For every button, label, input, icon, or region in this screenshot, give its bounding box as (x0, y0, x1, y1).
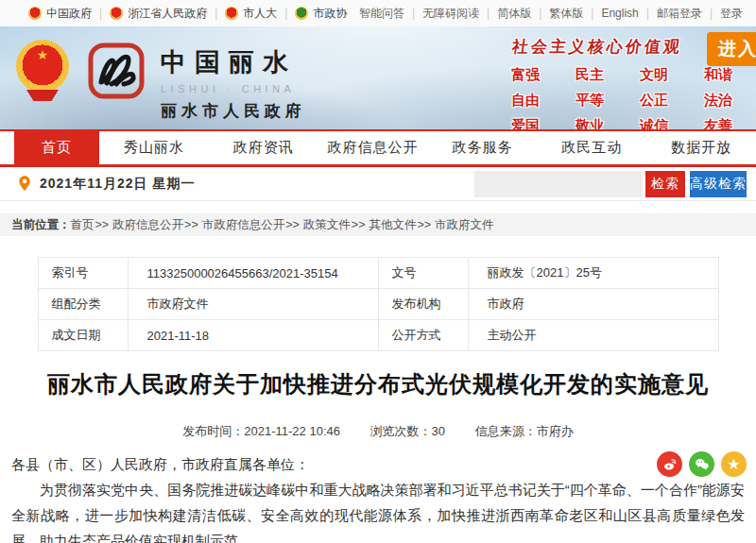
value-word: 友善 (686, 117, 750, 129)
national-emblem-icon (225, 7, 238, 20)
divider: | (215, 7, 217, 20)
lishui-logo-seal[interactable] (87, 42, 146, 104)
nav-item-xiushan-lishui[interactable]: 秀山丽水 (99, 131, 209, 164)
nav-item-home[interactable]: 首页 (14, 131, 99, 164)
breadcrumb-separator: >> (184, 218, 198, 231)
view-count-label: 浏览次数： (370, 424, 432, 438)
value-word: 富强 (493, 66, 558, 84)
link-simplified[interactable]: 简体版 (497, 6, 531, 22)
divider: | (487, 7, 490, 20)
link-english[interactable]: English (601, 7, 638, 20)
utility-links: 智能问答 | 无障碍阅读 | 简体版 | 繁体版 | English | 邮箱登… (359, 6, 743, 22)
nav-item-services[interactable]: 政务服务 (427, 131, 537, 164)
article-salutation: 各县（市、区）人民政府，市政府直属各单位： (11, 451, 745, 477)
nav-item-gov-news[interactable]: 政府资讯 (209, 131, 318, 164)
zhengxie-emblem-icon (295, 7, 308, 20)
gov-link-label: 市人大 (243, 6, 277, 22)
article-meta: 发布时间：2021-11-22 10:46 浏览次数：30 信息来源：市府办 (0, 423, 756, 440)
share-qzone-icon[interactable]: ★ (721, 451, 747, 477)
field-value: 市政府 (468, 289, 718, 320)
gov-link-label: 中国政府 (46, 6, 92, 22)
link-login[interactable]: 登录 (720, 6, 743, 22)
field-label: 发布机构 (378, 289, 468, 320)
field-label: 文号 (378, 258, 468, 289)
value-word: 公正 (622, 92, 686, 110)
value-word: 文明 (622, 66, 686, 84)
advanced-search-button[interactable]: 高级检索 (690, 171, 747, 197)
field-label: 成文日期 (38, 320, 128, 351)
link-mail-login[interactable]: 邮箱登录 (657, 6, 702, 22)
breadcrumb-info-disclosure[interactable]: 政府信息公开 (112, 217, 183, 233)
site-name: 中国丽水 (161, 45, 306, 79)
breadcrumb-separator: >> (352, 218, 366, 231)
info-source-label: 信息来源： (475, 424, 537, 438)
view-count: 浏览次数：30 (370, 424, 449, 438)
elder-mode-button[interactable]: 进入老年模式 (707, 32, 756, 66)
breadcrumb-separator: >> (417, 218, 431, 231)
breadcrumb-other-docs[interactable]: 其他文件 (369, 217, 416, 233)
breadcrumb-city-info-disclosure[interactable]: 市政府信息公开 (202, 217, 285, 233)
breadcrumb-policy-docs[interactable]: 政策文件 (303, 217, 351, 233)
publish-time: 发布时间：2021-11-22 10:46 (182, 424, 343, 438)
article-body: 各县（市、区）人民政府，市政府直属各单位： 为贯彻落实党中央、国务院推进碳达峰碳… (0, 451, 756, 543)
document-info-table: 索引号 113325000026455663/2021-35154 文号 丽政发… (38, 257, 719, 351)
divider: | (284, 7, 287, 20)
gov-link-label: 市政协 (313, 6, 347, 22)
link-accessibility[interactable]: 无障碍阅读 (422, 6, 479, 22)
nav-item-interaction[interactable]: 政民互动 (537, 131, 646, 164)
field-value: 市政府文件 (128, 289, 378, 320)
value-word: 法治 (686, 92, 750, 110)
share-wechat-icon[interactable] (689, 451, 714, 477)
nav-item-info-disclosure[interactable]: 政府信息公开 (318, 131, 428, 164)
breadcrumb-separator: >> (95, 218, 110, 231)
location-pin-icon (17, 175, 32, 194)
emblem-ribbon (26, 90, 59, 101)
site-title-block[interactable]: 中国丽水 LISHUI · CHINA 丽水市人民政府 (161, 45, 306, 122)
search-button[interactable]: 检索 (645, 171, 685, 197)
share-bar: ★ (657, 451, 747, 477)
breadcrumb: 当前位置： 首页 >> 政府信息公开 >> 市政府信息公开 >> 政策文件 >>… (0, 213, 756, 236)
page: 中国政府 | 浙江省人民政府 | 市人大 | 市政协 智能问答 | 无障碍阅读 … (0, 0, 756, 543)
link-smart-qa[interactable]: 智能问答 (359, 6, 404, 22)
article-paragraph: 为贯彻落实党中央、国务院推进碳达峰碳中和重大战略决策部署和习近平总书记关于“四个… (11, 477, 745, 543)
divider: | (99, 7, 102, 20)
divider: | (591, 7, 593, 20)
share-weibo-icon[interactable] (657, 451, 682, 477)
gov-link-label: 浙江省人民政府 (128, 6, 207, 22)
site-header-banner: ★ 中国丽水 LISHUI · CHINA 丽水市人民政府 社会主义核心价值观 … (0, 26, 756, 129)
value-word: 平等 (558, 92, 622, 110)
breadcrumb-separator: >> (285, 218, 300, 231)
breadcrumb-prefix: 当前位置： (11, 217, 71, 233)
field-value: 主动公开 (468, 320, 718, 351)
link-zhejiang-gov[interactable]: 浙江省人民政府 (110, 6, 207, 22)
field-label: 索引号 (38, 258, 128, 289)
link-china-gov[interactable]: 中国政府 (28, 6, 92, 22)
core-values-grid: 富强 民主 文明 和谐 自由 平等 公正 法治 爱国 敬业 诚信 友善 (493, 66, 750, 129)
value-word: 民主 (558, 66, 622, 84)
divider: | (539, 7, 541, 20)
nav-item-open-data[interactable]: 数据开放 (646, 131, 756, 164)
page-title: 丽水市人民政府关于加快推进分布式光伏规模化开发的实施意见 (0, 368, 756, 400)
table-row: 成文日期 2021-11-18 公开方式 主动公开 (38, 320, 718, 351)
breadcrumb-city-gov-docs[interactable]: 市政府文件 (435, 217, 494, 233)
table-row: 索引号 113325000026455663/2021-35154 文号 丽政发… (38, 258, 718, 289)
national-emblem-icon (28, 7, 42, 20)
value-word: 和谐 (686, 66, 750, 84)
divider: | (710, 7, 713, 20)
date-search-toolbar: 2021年11月22日 星期一 检索 高级检索 (0, 167, 756, 201)
search-input[interactable] (474, 171, 643, 197)
link-city-cppcc[interactable]: 市政协 (295, 6, 347, 22)
top-utility-bar: 中国政府 | 浙江省人民政府 | 市人大 | 市政协 智能问答 | 无障碍阅读 … (0, 0, 756, 26)
breadcrumb-home[interactable]: 首页 (71, 217, 94, 233)
link-city-peoples-congress[interactable]: 市人大 (225, 6, 277, 22)
table-row: 组配分类 市政府文件 发布机构 市政府 (38, 289, 718, 320)
field-label: 组配分类 (38, 289, 128, 320)
current-date: 2021年11月22日 星期一 (40, 176, 195, 193)
national-emblem: ★ (15, 40, 70, 101)
gov-links: 中国政府 | 浙江省人民政府 | 市人大 | 市政协 (28, 6, 347, 22)
divider: | (646, 7, 649, 20)
info-source: 信息来源：市府办 (475, 424, 574, 438)
field-value: 113325000026455663/2021-35154 (128, 258, 378, 289)
link-traditional[interactable]: 繁体版 (549, 6, 583, 22)
field-label: 公开方式 (378, 320, 468, 351)
